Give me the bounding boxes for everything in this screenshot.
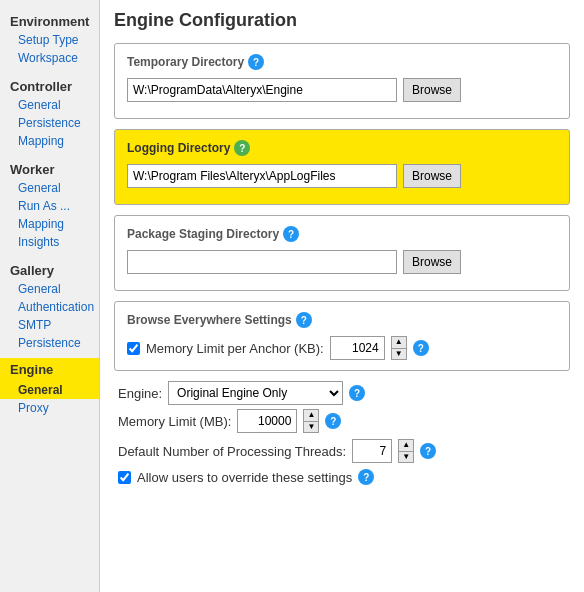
sidebar-section-controller: Controller xyxy=(0,73,99,96)
sidebar-item-gallery-general[interactable]: General xyxy=(0,280,99,298)
sidebar-item-gallery-persistence[interactable]: Persistence xyxy=(0,334,99,352)
engine-memory-spinner-up[interactable]: ▲ xyxy=(304,410,318,422)
logging-directory-input[interactable] xyxy=(127,164,397,188)
sidebar-item-workspace[interactable]: Workspace xyxy=(0,49,99,67)
engine-engine-select[interactable]: Original Engine Only AMP Engine Only Let… xyxy=(168,381,343,405)
main-content: Engine Configuration Temporary Directory… xyxy=(100,0,584,592)
engine-allow-override-checkbox[interactable] xyxy=(118,471,131,484)
engine-engine-label: Engine: xyxy=(118,386,162,401)
engine-allow-override-help-icon[interactable]: ? xyxy=(358,469,374,485)
sidebar-item-setup-type[interactable]: Setup Type xyxy=(0,31,99,49)
sidebar: Environment Setup Type Workspace Control… xyxy=(0,0,100,592)
page-title: Engine Configuration xyxy=(114,10,570,31)
sidebar-item-gallery-smtp[interactable]: SMTP xyxy=(0,316,99,334)
sidebar-item-controller-general[interactable]: General xyxy=(0,96,99,114)
browse-everywhere-memory-spinner-down[interactable]: ▼ xyxy=(392,349,406,360)
engine-threads-row: Default Number of Processing Threads: ▲ … xyxy=(118,439,566,463)
engine-allow-override-row: Allow users to override these settings ? xyxy=(118,469,566,485)
sidebar-item-worker-mapping[interactable]: Mapping xyxy=(0,215,99,233)
logging-directory-help-icon[interactable]: ? xyxy=(234,140,250,156)
engine-threads-spinner[interactable]: ▲ ▼ xyxy=(398,439,414,463)
sidebar-item-controller-persistence[interactable]: Persistence xyxy=(0,114,99,132)
temp-directory-legend: Temporary Directory ? xyxy=(127,54,557,70)
engine-threads-label: Default Number of Processing Threads: xyxy=(118,444,346,459)
engine-settings-section: Engine: Original Engine Only AMP Engine … xyxy=(114,381,570,485)
engine-memory-row: Memory Limit (MB): ▲ ▼ ? xyxy=(118,409,566,433)
engine-engine-help-icon[interactable]: ? xyxy=(349,385,365,401)
package-staging-input[interactable] xyxy=(127,250,397,274)
temp-directory-browse-button[interactable]: Browse xyxy=(403,78,461,102)
browse-everywhere-panel: Browse Everywhere Settings ? Memory Limi… xyxy=(114,301,570,371)
browse-everywhere-memory-row: Memory Limit per Anchor (KB): ▲ ▼ ? xyxy=(127,336,557,360)
sidebar-item-controller-mapping[interactable]: Mapping xyxy=(0,132,99,150)
temp-directory-help-icon[interactable]: ? xyxy=(248,54,264,70)
logging-directory-panel: Logging Directory ? Browse xyxy=(114,129,570,205)
browse-everywhere-memory-input[interactable] xyxy=(330,336,385,360)
sidebar-item-engine-proxy[interactable]: Proxy xyxy=(0,399,99,417)
sidebar-item-worker-insights[interactable]: Insights xyxy=(0,233,99,251)
engine-engine-row: Engine: Original Engine Only AMP Engine … xyxy=(118,381,566,405)
browse-everywhere-help-icon[interactable]: ? xyxy=(296,312,312,328)
engine-memory-spinner[interactable]: ▲ ▼ xyxy=(303,409,319,433)
logging-directory-browse-button[interactable]: Browse xyxy=(403,164,461,188)
browse-everywhere-memory-label: Memory Limit per Anchor (KB): xyxy=(146,341,324,356)
package-staging-row: Browse xyxy=(127,250,557,274)
package-staging-legend: Package Staging Directory ? xyxy=(127,226,557,242)
sidebar-section-worker: Worker xyxy=(0,156,99,179)
engine-threads-spinner-down[interactable]: ▼ xyxy=(399,452,413,463)
engine-allow-override-label: Allow users to override these settings xyxy=(137,470,352,485)
engine-threads-spinner-up[interactable]: ▲ xyxy=(399,440,413,452)
sidebar-section-engine: Engine General Proxy xyxy=(0,358,99,417)
sidebar-section-environment: Environment xyxy=(0,8,99,31)
temp-directory-row: Browse xyxy=(127,78,557,102)
logging-directory-row: Browse xyxy=(127,164,557,188)
sidebar-engine-label: Engine xyxy=(0,358,99,381)
sidebar-item-worker-runas[interactable]: Run As ... xyxy=(0,197,99,215)
temp-directory-panel: Temporary Directory ? Browse xyxy=(114,43,570,119)
browse-everywhere-memory-spinner[interactable]: ▲ ▼ xyxy=(391,336,407,360)
engine-memory-spinner-down[interactable]: ▼ xyxy=(304,422,318,433)
browse-everywhere-legend: Browse Everywhere Settings ? xyxy=(127,312,557,328)
package-staging-browse-button[interactable]: Browse xyxy=(403,250,461,274)
browse-everywhere-checkbox[interactable] xyxy=(127,342,140,355)
sidebar-item-worker-general[interactable]: General xyxy=(0,179,99,197)
browse-everywhere-memory-spinner-up[interactable]: ▲ xyxy=(392,337,406,349)
engine-threads-help-icon[interactable]: ? xyxy=(420,443,436,459)
temp-directory-input[interactable] xyxy=(127,78,397,102)
engine-memory-help-icon[interactable]: ? xyxy=(325,413,341,429)
package-staging-panel: Package Staging Directory ? Browse xyxy=(114,215,570,291)
engine-memory-label: Memory Limit (MB): xyxy=(118,414,231,429)
sidebar-item-gallery-authentication[interactable]: Authentication xyxy=(0,298,99,316)
engine-memory-input[interactable] xyxy=(237,409,297,433)
engine-threads-input[interactable] xyxy=(352,439,392,463)
sidebar-section-gallery: Gallery xyxy=(0,257,99,280)
browse-everywhere-memory-help-icon[interactable]: ? xyxy=(413,340,429,356)
logging-directory-legend: Logging Directory ? xyxy=(127,140,557,156)
package-staging-help-icon[interactable]: ? xyxy=(283,226,299,242)
sidebar-item-engine-general[interactable]: General xyxy=(0,381,99,399)
